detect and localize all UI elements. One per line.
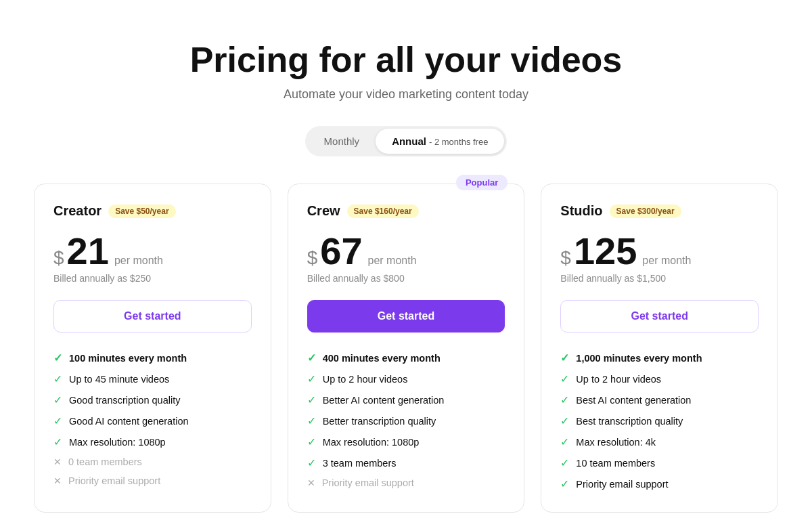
page-header: Pricing for all your videos Automate you… [190,41,623,102]
plan-header: Creator Save $50/year [53,203,252,219]
price-row: $ 67 per month [307,232,505,270]
billing-toggle[interactable]: Monthly Annual- 2 months free [305,126,508,156]
check-icon: ✓ [307,372,316,385]
price-period: per month [114,255,163,267]
monthly-toggle-btn[interactable]: Monthly [308,129,376,154]
check-icon: ✓ [307,351,316,364]
feature-text: Max resolution: 1080p [69,437,166,448]
page-title: Pricing for all your videos [190,41,623,79]
popular-badge: Popular [456,175,508,190]
feature-item: ✓ 400 minutes every month [307,351,505,364]
plan-card-creator: Creator Save $50/year $ 21 per month Bil… [34,184,271,513]
check-icon: ✓ [560,477,569,490]
plan-name: Crew [307,203,340,219]
check-icon: ✓ [53,351,62,364]
get-started-button-studio[interactable]: Get started [560,300,759,333]
price-amount: 21 [67,232,109,270]
feature-text: Best transcription quality [576,416,683,427]
feature-text: Priority email support [576,479,668,490]
price-dollar: $ [307,247,318,269]
price-amount: 125 [574,232,637,270]
feature-item: ✓ Best transcription quality [560,414,759,427]
price-period: per month [642,255,691,267]
features-list: ✓ 1,000 minutes every month ✓ Up to 2 ho… [560,351,759,490]
feature-item: ✓ Good transcription quality [53,393,252,406]
plan-card-studio: Studio Save $300/year $ 125 per month Bi… [541,184,778,513]
feature-text: Max resolution: 1080p [323,437,420,448]
price-row: $ 125 per month [560,232,759,270]
price-row: $ 21 per month [53,232,252,270]
save-badge: Save $160/year [347,205,419,218]
feature-text: Up to 2 hour videos [576,374,661,385]
feature-item: ✓ Priority email support [560,477,759,490]
feature-item: ✓ Better AI content generation [307,393,505,406]
price-amount: 67 [320,232,362,270]
feature-text-disabled: Priority email support [68,475,160,486]
feature-item-disabled: ✕ 0 team members [53,456,252,467]
feature-item-disabled: ✕ Priority email support [53,475,252,486]
feature-item: ✓ 1,000 minutes every month [560,351,759,364]
check-icon: ✓ [53,372,62,385]
feature-item: ✓ Max resolution: 4k [560,435,759,448]
feature-text: Max resolution: 4k [576,437,656,448]
get-started-button-crew[interactable]: Get started [307,300,505,333]
feature-text: Good transcription quality [69,395,180,406]
feature-text: 400 minutes every month [323,353,441,364]
plan-name: Creator [53,203,102,219]
feature-text-disabled: Priority email support [322,477,414,488]
price-dollar: $ [53,247,64,269]
check-icon: ✓ [53,435,62,448]
plan-header: Crew Save $160/year [307,203,505,219]
feature-text-disabled: 0 team members [68,456,142,467]
check-icon: ✓ [560,414,569,427]
plan-name: Studio [560,203,602,219]
price-billed: Billed annually as $250 [53,273,252,284]
annual-label: Annual [392,135,426,147]
feature-text: Best AI content generation [576,395,691,406]
feature-text: Good AI content generation [69,416,189,427]
feature-item: ✓ Up to 45 minute videos [53,372,252,385]
check-icon: ✓ [560,351,569,364]
features-list: ✓ 400 minutes every month ✓ Up to 2 hour… [307,351,505,488]
price-billed: Billed annually as $1,500 [560,273,759,284]
page-subtitle: Automate your video marketing content to… [190,87,623,102]
price-dollar: $ [560,247,571,269]
get-started-button-creator[interactable]: Get started [53,300,252,333]
feature-item: ✓ Up to 2 hour videos [307,372,505,385]
price-billed: Billed annually as $800 [307,273,505,284]
check-icon: ✓ [307,393,316,406]
check-icon: ✓ [560,393,569,406]
check-icon: ✓ [560,456,569,469]
feature-item: ✓ Max resolution: 1080p [53,435,252,448]
annual-badge: - 2 months free [429,137,488,147]
feature-item: ✓ 10 team members [560,456,759,469]
feature-text: 3 team members [323,458,397,469]
check-icon: ✓ [560,435,569,448]
plan-card-crew: Popular Crew Save $160/year $ 67 per mon… [288,184,525,513]
check-icon: ✓ [307,414,316,427]
feature-text: 100 minutes every month [69,353,187,364]
check-icon: ✓ [53,414,62,427]
check-icon: ✓ [53,393,62,406]
feature-item: ✓ 100 minutes every month [53,351,252,364]
plans-container: Creator Save $50/year $ 21 per month Bil… [34,184,778,513]
features-list: ✓ 100 minutes every month ✓ Up to 45 min… [53,351,252,486]
feature-item: ✓ 3 team members [307,456,505,469]
feature-item-disabled: ✕ Priority email support [307,477,505,488]
annual-toggle-btn[interactable]: Annual- 2 months free [376,129,504,154]
feature-item: ✓ Max resolution: 1080p [307,435,505,448]
save-badge: Save $300/year [610,205,681,218]
x-icon: ✕ [307,477,315,488]
x-icon: ✕ [53,456,62,467]
check-icon: ✓ [307,435,316,448]
save-badge: Save $50/year [108,205,175,218]
feature-text: Up to 2 hour videos [323,374,408,385]
feature-text: Up to 45 minute videos [69,374,169,385]
feature-text: Better AI content generation [323,395,445,406]
x-icon: ✕ [53,475,62,486]
check-icon: ✓ [307,456,316,469]
feature-text: 10 team members [576,458,655,469]
feature-item: ✓ Best AI content generation [560,393,759,406]
check-icon: ✓ [560,372,569,385]
plan-header: Studio Save $300/year [560,203,759,219]
